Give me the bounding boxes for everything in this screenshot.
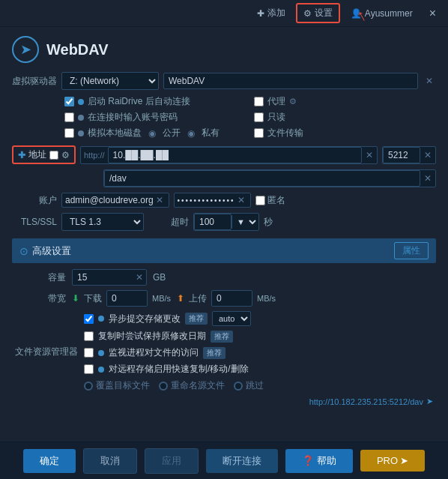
remote-copy-dot (98, 367, 104, 373)
autoraidrive-label: 启动 RaiDrive 后自动连接 (88, 95, 190, 108)
webdav-clear-icon[interactable]: ✕ (423, 76, 436, 86)
skip-option[interactable]: 跳过 (234, 379, 264, 392)
capacity-clear-icon[interactable]: ✕ (133, 271, 146, 284)
monitor-tag: 推荐 (203, 347, 225, 359)
adv-arrow-icon[interactable]: ⊙ (19, 245, 28, 257)
port-clear-icon[interactable]: ✕ (420, 148, 435, 162)
skip-radio[interactable] (234, 382, 243, 391)
url-footer: http://10.182.235.215:5212/dav ➤ (15, 397, 433, 406)
simulate-checkbox[interactable] (64, 128, 74, 138)
simulate-dot (78, 130, 84, 136)
tls-select[interactable]: TLS 1.3 (61, 213, 144, 231)
download-icon: ⬇ (72, 293, 79, 304)
webdav-name-input[interactable] (163, 73, 418, 89)
port-input[interactable] (383, 147, 420, 163)
address-row: ✚ 地址 ⚙ http:// ✕ ✕ (12, 145, 436, 164)
readonly-checkbox[interactable] (254, 112, 264, 122)
pro-button[interactable]: PRO ➤ (360, 450, 425, 472)
account-label: 账户 (12, 194, 57, 207)
password-clear[interactable]: ✕ (235, 195, 247, 205)
address-label: 地址 (28, 148, 46, 161)
download-group: ⬇ 下载 MB/s (72, 290, 171, 307)
option-input-pwd: 在连接时输入账号密码 (64, 111, 246, 124)
timeout-input-group: ▼ (193, 213, 259, 231)
overwrite-radio[interactable] (84, 382, 93, 391)
add-icon: ✚ (257, 8, 264, 19)
monitor-label: 监视进程对文件的访问 (109, 346, 199, 359)
radio-row: 覆盖目标文件 重命名源文件 跳过 (84, 379, 433, 392)
simulate-label: 模拟本地磁盘 (88, 127, 142, 139)
filetransfer-label: 文件传输 (267, 127, 303, 139)
upload-icon: ⬆ (177, 293, 184, 304)
sync-dot (98, 316, 104, 322)
addr-gear-icon: ⚙ (61, 150, 70, 160)
confirm-button[interactable]: 确定 (23, 449, 76, 473)
advanced-title-label: 高级设置 (32, 244, 71, 258)
options-section: 启动 RaiDrive 后自动连接 代理 ⚙ 在连接时输入账号密码 只读 模拟本… (12, 95, 436, 139)
settings-button[interactable]: ⚙ 设置 (296, 3, 340, 23)
user-label: Ayusummer (365, 8, 413, 19)
rename-src-radio[interactable] (159, 382, 168, 391)
password-field[interactable]: •••••••••••••• (178, 196, 235, 205)
tls-row: TLS/SSL TLS 1.3 超时 ▼ 秒 (12, 213, 436, 231)
account-email-clear[interactable]: ✕ (154, 195, 166, 205)
account-row: 账户 admin@cloudreve.org ✕ •••••••••••••• … (12, 193, 436, 208)
sec-label: 秒 (264, 216, 273, 229)
attr-button[interactable]: 属性 (394, 242, 429, 259)
option-simulate: 模拟本地磁盘 ◉ 公开 ◉ 私有 (64, 127, 246, 139)
proxy-label: 代理 (267, 95, 285, 108)
path-row: ✕ (12, 169, 436, 187)
pro-label: PRO (377, 455, 398, 466)
auto-select[interactable]: auto (212, 311, 251, 326)
timeout-input[interactable] (194, 214, 231, 230)
fm-section: 异步提交存储更改 推荐 auto 复制时尝试保持原修改日期 推荐 监视进程对文 (84, 311, 433, 392)
monitor-checkbox[interactable] (84, 348, 94, 358)
autoraidrive-checkbox[interactable] (64, 97, 74, 106)
virtual-drive-label: 虚拟驱动器 (12, 75, 57, 88)
advanced-content: 容量 ✕ GB 带宽 ⬇ 下载 MB/s ⬆ 上传 MB/s (12, 269, 436, 406)
overwrite-label: 覆盖目标文件 (96, 379, 150, 392)
cancel-button[interactable]: 取消 (83, 448, 137, 474)
filetransfer-checkbox[interactable] (254, 128, 264, 138)
path-input-group: ✕ (103, 169, 436, 187)
help-button[interactable]: ❓ 帮助 (285, 449, 353, 473)
anon-label: 匿名 (267, 194, 285, 207)
input-pwd-checkbox[interactable] (64, 112, 74, 122)
rename-src-option[interactable]: 重命名源文件 (159, 379, 225, 392)
public-label: 公开 (163, 127, 181, 139)
disconnect-button[interactable]: 断开连接 (206, 449, 278, 473)
url-clear-icon[interactable]: ✕ (362, 148, 377, 162)
copy-date-checkbox[interactable] (84, 331, 94, 341)
autoraidrive-dot (78, 99, 84, 105)
address-label-box: ✚ 地址 ⚙ (12, 145, 76, 164)
help-label: 帮助 (317, 454, 336, 468)
address-checkbox[interactable] (49, 151, 58, 160)
title-bar-actions: ✚ 添加 ⚙ 设置 👤 Ayusummer × (251, 3, 442, 23)
drive-letter-select[interactable]: Z: (Network) (61, 72, 159, 90)
apply-button[interactable]: 应用 (145, 448, 199, 474)
drive-letter-row: 虚拟驱动器 Z: (Network) ✕ (12, 72, 436, 90)
close-button[interactable]: × (423, 4, 442, 23)
add-button[interactable]: ✚ 添加 (251, 4, 291, 22)
overwrite-option[interactable]: 覆盖目标文件 (84, 379, 150, 392)
copy-date-row: 复制时尝试保持原修改日期 推荐 (84, 330, 433, 343)
path-clear-icon[interactable]: ✕ (420, 172, 435, 185)
url-input[interactable] (108, 147, 362, 163)
download-input[interactable] (106, 290, 148, 307)
upload-label: 上传 (189, 292, 207, 305)
private-label: 私有 (202, 127, 220, 139)
upload-input[interactable] (211, 290, 252, 307)
path-input[interactable] (104, 170, 420, 187)
proxy-checkbox[interactable] (254, 97, 264, 106)
upload-group: ⬆ 上传 MB/s (177, 290, 276, 307)
sync-checkbox[interactable] (84, 314, 94, 324)
remote-copy-row: 对远程存储启用快速复制/移动/删除 (84, 363, 433, 376)
remote-copy-checkbox[interactable] (84, 364, 94, 374)
anon-checkbox[interactable] (255, 196, 265, 205)
settings-label: 设置 (315, 7, 333, 19)
account-email-group: admin@cloudreve.org ✕ (61, 193, 169, 208)
download-unit: MB/s (152, 294, 171, 303)
capacity-input[interactable] (73, 270, 133, 285)
title-bar: ✚ 添加 ⚙ 设置 👤 Ayusummer × ↑ (0, 0, 448, 27)
timeout-unit-select[interactable]: ▼ (231, 215, 258, 229)
